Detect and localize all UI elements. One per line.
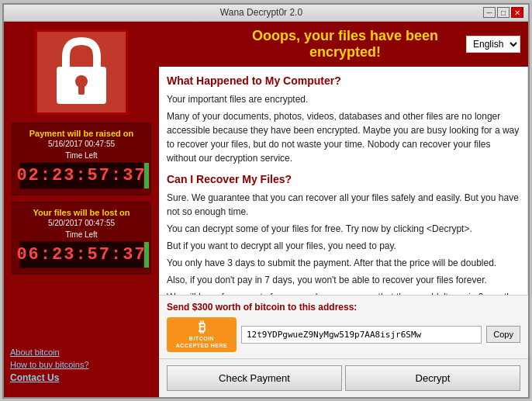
window-title: Wana Decrypt0r 2.0 bbox=[40, 7, 483, 18]
section1-title: What Happened to My Computer? bbox=[167, 73, 520, 89]
language-select[interactable]: English bbox=[466, 36, 520, 53]
bitcoin-address-input[interactable] bbox=[241, 326, 482, 344]
time-left-label-2: Time Left bbox=[19, 230, 143, 239]
time-left-label-1: Time Left bbox=[19, 151, 143, 160]
countdown-timer-1: 02:23:57:37 bbox=[19, 162, 143, 189]
decrypt-button[interactable]: Decrypt bbox=[345, 365, 520, 391]
bitcoin-symbol: ₿ bbox=[199, 320, 206, 336]
bitcoin-logo: ₿ bitcoin ACCEPTED HERE bbox=[167, 317, 237, 352]
scroll-content: What Happened to My Computer? Your impor… bbox=[159, 67, 528, 295]
bitcoin-logo-text: bitcoin ACCEPTED HERE bbox=[176, 336, 227, 349]
section2-title: Can I Recover My Files? bbox=[167, 171, 520, 188]
section2-body: Sure. We guarantee that you can recover … bbox=[167, 191, 520, 295]
lock-icon bbox=[50, 37, 112, 107]
lost-timer-box: Your files will be lost on 5/20/2017 00:… bbox=[12, 202, 151, 275]
links-section: About bitcoin How to buy bitcoins? Conta… bbox=[10, 344, 153, 389]
title-bar: Wana Decrypt0r 2.0 ─ □ ✕ bbox=[4, 5, 528, 22]
main-window: Wana Decrypt0r 2.0 ─ □ ✕ bbox=[2, 3, 530, 399]
window-controls: ─ □ ✕ bbox=[483, 7, 523, 18]
copy-button[interactable]: Copy bbox=[486, 326, 520, 343]
lost-date: 5/20/2017 00:47:55 bbox=[19, 219, 143, 227]
maximize-button[interactable]: □ bbox=[497, 7, 510, 18]
main-title: Ooops, your files have been encrypted! bbox=[224, 28, 466, 60]
files-lost-label: Your files will be lost on bbox=[19, 208, 143, 217]
bitcoin-row: ₿ bitcoin ACCEPTED HERE Copy bbox=[167, 317, 520, 352]
check-payment-button[interactable]: Check Payment bbox=[167, 365, 342, 391]
bitcoin-send-label: Send $300 worth of bitcoin to this addre… bbox=[167, 302, 520, 313]
payment-date: 5/16/2017 00:47:55 bbox=[19, 140, 143, 148]
right-header: Ooops, your files have been encrypted! E… bbox=[159, 22, 528, 67]
contact-us-link[interactable]: Contact Us bbox=[10, 372, 153, 383]
minimize-button[interactable]: ─ bbox=[483, 7, 496, 18]
svg-rect-2 bbox=[78, 85, 85, 95]
timer-bar-1 bbox=[144, 163, 149, 188]
how-to-buy-link[interactable]: How to buy bitcoins? bbox=[10, 360, 153, 369]
close-button[interactable]: ✕ bbox=[511, 7, 523, 18]
about-bitcoin-link[interactable]: About bitcoin bbox=[10, 347, 153, 357]
lock-icon-container bbox=[35, 29, 128, 115]
countdown-timer-2: 06:23:57:37 bbox=[19, 241, 143, 268]
right-panel: Ooops, your files have been encrypted! E… bbox=[159, 22, 528, 397]
payment-timer-box: Payment will be raised on 5/16/2017 00:4… bbox=[12, 123, 151, 195]
payment-raise-label: Payment will be raised on bbox=[19, 129, 143, 138]
bitcoin-section: Send $300 worth of bitcoin to this addre… bbox=[159, 295, 528, 358]
section1-body: Your important files are encrypted.Many … bbox=[167, 92, 520, 165]
main-content: Payment will be raised on 5/16/2017 00:4… bbox=[4, 22, 528, 397]
timer-bar-2 bbox=[144, 242, 149, 268]
left-panel: Payment will be raised on 5/16/2017 00:4… bbox=[4, 22, 159, 397]
bottom-buttons: Check Payment Decrypt bbox=[159, 358, 528, 397]
